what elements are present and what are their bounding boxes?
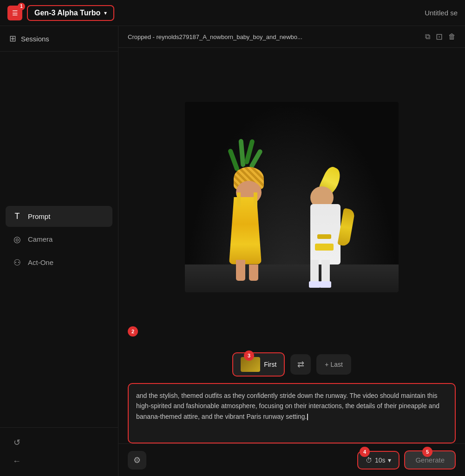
sidebar-item-label: Prompt [28,212,50,220]
duration-chevron-icon: ▾ [388,456,391,464]
sidebar-item-label: Act-One [28,258,53,266]
back-button[interactable]: ← [9,454,24,469]
content-area: Cropped - reynolds279187_A_nowborn_baby_… [118,26,465,476]
undo-button[interactable]: ↺ [9,435,24,450]
sidebar-item-camera[interactable]: ◎ Camera [6,229,112,250]
step-badge-4: 4 [360,447,370,457]
topbar-left: ☰ 1 Gen-3 Alpha Turbo ▾ [7,5,114,21]
main-image [185,102,399,292]
bottom-bar: ⚙ 4 ⏱ 10s ▾ 5 Generate [118,443,465,476]
menu-icon: ☰ [12,9,18,17]
sidebar-bottom: ↺ ← [0,427,118,476]
copy-icon[interactable]: ⧉ [425,33,430,41]
swap-icon: ⇄ [297,359,304,370]
sidebar-title: Sessions [21,35,49,43]
step-badge-1: 1 [18,3,25,10]
sliders-icon: ⚙ [133,455,141,465]
prompt-section: and the stylish, themed outfits as they … [118,383,465,443]
step-badge-3: 3 [244,350,254,361]
chevron-down-icon: ▾ [104,10,107,16]
generate-label: Generate [415,456,445,464]
sessions-grid-icon: ⊞ [9,33,16,44]
sidebar-header: ⊞ Sessions [0,26,118,52]
duration-label: 10s [375,456,386,464]
file-bar: Cropped - reynolds279187_A_nowborn_baby_… [118,26,465,48]
model-name: Gen-3 Alpha Turbo [34,9,100,17]
topbar: ☰ 1 Gen-3 Alpha Turbo ▾ Untitled se [0,0,465,26]
delete-icon[interactable]: 🗑 [448,33,456,41]
prompt-box[interactable]: and the stylish, themed outfits as they … [128,383,456,443]
file-actions: ⧉ ⊡ 🗑 [425,32,456,42]
first-button[interactable]: First [232,352,285,377]
file-name: Cropped - reynolds279187_A_nowborn_baby_… [128,33,302,40]
image-container: 2 [118,48,465,346]
menu-button[interactable]: ☰ 1 [7,6,22,20]
controls-row: 3 First ⇄ + Last [118,346,465,383]
prompt-text: and the stylish, themed outfits as they … [136,390,447,422]
timer-icon: ⏱ [366,456,372,464]
step-badge-2: 2 [128,326,138,337]
window-title: Untitled se [425,9,458,17]
right-controls: 4 ⏱ 10s ▾ 5 Generate [357,450,456,469]
last-label: + Last [325,361,343,368]
sidebar-item-prompt[interactable]: T Prompt [6,206,112,227]
crop-icon[interactable]: ⊡ [436,32,443,42]
last-button[interactable]: + Last [316,354,351,375]
image-background [185,102,399,292]
sidebar-item-act-one[interactable]: ⚇ Act-One [6,252,112,273]
step-badge-5: 5 [422,447,432,457]
model-selector[interactable]: Gen-3 Alpha Turbo ▾ [27,5,114,21]
act-one-icon: ⚇ [12,258,22,268]
swap-button[interactable]: ⇄ [290,354,311,375]
first-label: First [264,361,276,368]
text-cursor [307,414,308,420]
main-layout: ⊞ Sessions T Prompt ◎ Camera ⚇ Act-One ↺… [0,26,465,476]
camera-icon: ◎ [12,234,22,245]
sidebar-nav: T Prompt ◎ Camera ⚇ Act-One [0,52,118,427]
prompt-icon: T [12,212,22,221]
settings-button[interactable]: ⚙ [128,451,146,469]
sidebar-item-label: Camera [28,235,52,243]
sidebar: ⊞ Sessions T Prompt ◎ Camera ⚇ Act-One ↺… [0,26,118,476]
